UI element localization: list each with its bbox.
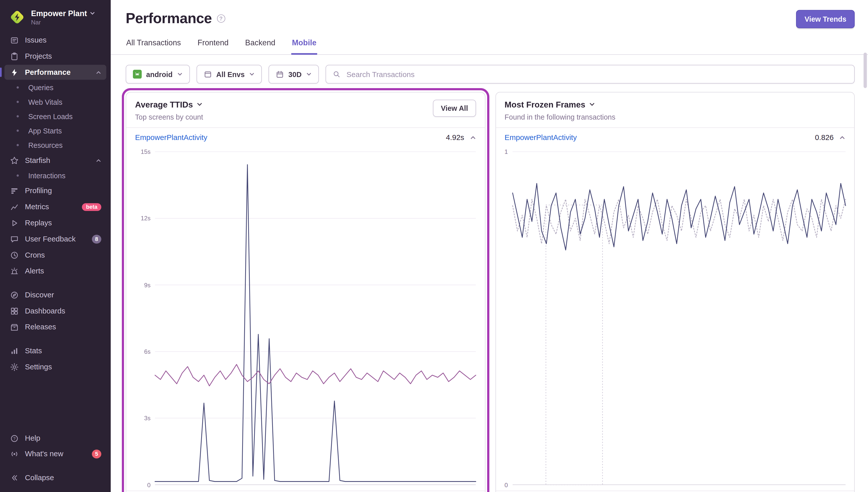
date-range-value: 30D	[288, 70, 302, 78]
window-icon	[204, 70, 212, 78]
transaction-link[interactable]: EmpowerPlantActivity	[505, 133, 577, 142]
ttid-row-empowerplantactivity: EmpowerPlantActivity 4.92s	[126, 128, 485, 147]
sidebar-item-issues[interactable]: Issues	[4, 33, 106, 48]
sidebar-item-help[interactable]: ? Help	[4, 431, 106, 446]
chevron-down-icon	[177, 72, 182, 77]
transaction-link[interactable]: EmpowerPlantActivity	[135, 133, 207, 142]
star-icon	[9, 156, 19, 165]
sidebar-item-label: Queries	[28, 83, 53, 92]
broadcast-icon	[9, 449, 19, 458]
panel-subtitle: Top screens by count	[135, 113, 476, 121]
sidebar-item-user-feedback[interactable]: User Feedback 8	[4, 231, 106, 246]
frozen-row-mainactivity: MainActivity 0.001	[496, 491, 854, 492]
clipboard-icon	[9, 52, 19, 61]
scrollbar-thumb[interactable]	[864, 53, 867, 88]
sidebar-item-label: App Starts	[28, 126, 62, 135]
sidebar-item-crons[interactable]: Crons	[4, 247, 106, 262]
sidebar-item-interactions[interactable]: Interactions	[4, 169, 106, 182]
sidebar-item-settings[interactable]: Settings	[4, 359, 106, 374]
project-filter-value: android	[146, 70, 173, 78]
box-icon	[9, 323, 19, 331]
sidebar-item-label: Discover	[25, 291, 54, 299]
svg-text:?: ?	[14, 436, 16, 441]
filter-bar: android All Envs 30D	[126, 65, 854, 83]
frozen-row-empowerplantactivity: EmpowerPlantActivity 0.826	[496, 128, 854, 147]
sidebar-item-replays[interactable]: Replays	[4, 215, 106, 230]
gear-icon	[9, 362, 19, 371]
ttid-value: 4.92s	[446, 133, 464, 142]
sidebar-item-label: What's new	[25, 450, 63, 458]
collapse-chevron-up[interactable]	[468, 133, 477, 142]
tab-all-transactions[interactable]: All Transactions	[126, 36, 181, 55]
date-range-dropdown[interactable]: 30D	[269, 65, 319, 83]
sidebar-item-label: Metrics	[25, 203, 49, 211]
sidebar-item-stats[interactable]: Stats	[4, 343, 106, 358]
frozen-chart-area: 10	[496, 147, 854, 490]
environment-filter-dropdown[interactable]: All Envs	[196, 65, 262, 83]
help-icon: ?	[9, 434, 19, 443]
view-all-button[interactable]: View All	[433, 100, 476, 117]
sidebar-item-alerts[interactable]: Alerts	[4, 264, 106, 278]
view-trends-button[interactable]: View Trends	[796, 10, 854, 28]
beta-badge: beta	[82, 203, 101, 211]
bullet-icon	[13, 130, 23, 132]
sidebar-item-app-starts[interactable]: App Starts	[4, 124, 106, 138]
sidebar-item-profiling[interactable]: Profiling	[4, 183, 106, 198]
sidebar-item-resources[interactable]: Resources	[4, 139, 106, 152]
sidebar-item-discover[interactable]: Discover	[4, 287, 106, 302]
flame-chart-icon	[9, 186, 19, 195]
org-switcher[interactable]: Empower Plant Nar	[0, 5, 111, 32]
frozen-y-axis: 10	[501, 152, 508, 485]
chevron-down-icon	[306, 72, 312, 77]
compass-icon	[9, 290, 19, 299]
search-box	[326, 65, 855, 83]
lightning-icon	[9, 68, 19, 77]
sidebar-item-label: Crons	[25, 251, 45, 259]
play-icon	[9, 218, 19, 227]
collapse-chevron-up[interactable]	[838, 133, 846, 142]
app-window: Empower Plant Nar Issues Projects Perfor…	[0, 0, 868, 492]
sidebar-item-starfish[interactable]: Starfish	[4, 153, 106, 168]
tab-mobile[interactable]: Mobile	[291, 36, 317, 55]
sidebar-item-dashboards[interactable]: Dashboards	[4, 303, 106, 318]
frozen-value: 0.826	[815, 133, 834, 142]
sidebar-item-releases[interactable]: Releases	[4, 320, 106, 335]
calendar-icon	[276, 70, 284, 78]
sidebar-item-whats-new[interactable]: What's new 5	[4, 446, 106, 461]
sidebar-item-performance[interactable]: Performance	[4, 65, 106, 79]
frozen-chart	[512, 152, 845, 485]
chevron-down-icon	[249, 72, 255, 77]
issues-icon	[9, 36, 19, 45]
sidebar-item-label: Replays	[25, 219, 52, 227]
sidebar-item-projects[interactable]: Projects	[4, 49, 106, 64]
sidebar-item-metrics[interactable]: Metrics beta	[4, 199, 106, 214]
bullet-icon	[13, 87, 23, 89]
sidebar-item-label: Resources	[28, 141, 63, 149]
tab-frontend[interactable]: Frontend	[197, 36, 229, 55]
chevron-up-icon[interactable]	[96, 70, 101, 75]
most-frozen-frames-title[interactable]: Most Frozen Frames	[505, 100, 845, 109]
environment-filter-value: All Envs	[216, 70, 245, 78]
sidebar-item-label: Performance	[25, 68, 71, 76]
search-icon	[333, 70, 340, 78]
average-ttids-title[interactable]: Average TTIDs	[135, 100, 476, 109]
chevron-up-icon[interactable]	[96, 157, 101, 163]
siren-icon	[9, 267, 19, 275]
project-filter-dropdown[interactable]: android	[126, 65, 189, 83]
sidebar-item-web-vitals[interactable]: Web Vitals	[4, 95, 106, 108]
sidebar-item-collapse[interactable]: Collapse	[4, 470, 106, 485]
sidebar-item-screen-loads[interactable]: Screen Loads	[4, 109, 106, 123]
sidebar-item-label: Profiling	[25, 187, 52, 195]
average-ttids-panel: Average TTIDs Top screens by count View …	[126, 92, 485, 492]
org-name: Empower Plant	[31, 9, 87, 18]
search-input[interactable]	[346, 70, 848, 79]
ttid-y-axis: 15s12s9s6s3s0	[132, 152, 151, 485]
tab-backend[interactable]: Backend	[245, 36, 276, 55]
panel-title-label: Average TTIDs	[135, 100, 193, 109]
sidebar-item-label: Releases	[25, 323, 56, 331]
collapse-left-icon	[9, 473, 19, 482]
sidebar-item-queries[interactable]: Queries	[4, 81, 106, 94]
clock-icon	[9, 250, 19, 259]
most-frozen-frames-panel: Most Frozen Frames Found in the followin…	[495, 92, 854, 492]
title-help-icon[interactable]: ?	[217, 14, 225, 23]
